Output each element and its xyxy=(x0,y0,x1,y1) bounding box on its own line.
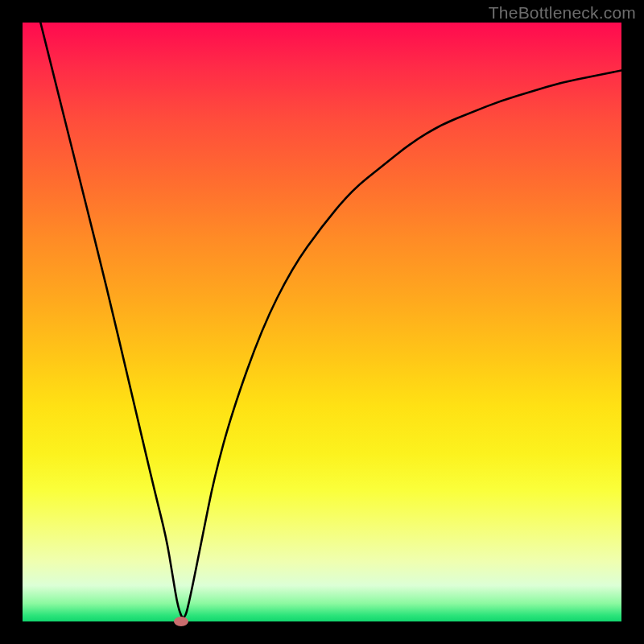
optimal-point-marker xyxy=(174,617,188,626)
plot-area xyxy=(23,23,621,621)
bottleneck-curve xyxy=(40,23,621,617)
curve-svg xyxy=(23,23,621,621)
chart-frame: TheBottleneck.com xyxy=(0,0,644,644)
watermark-label: TheBottleneck.com xyxy=(489,3,636,23)
